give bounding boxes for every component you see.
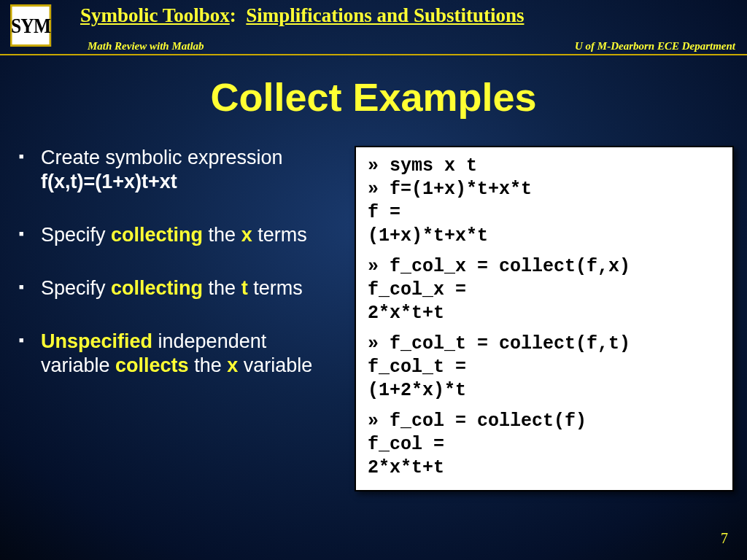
list-item: Create symbolic expression f(x,t)=(1+x)t… [41,146,333,194]
page-title: Collect Examples [0,74,747,120]
subheader-right: U of M-Dearborn ECE Department [575,40,735,52]
code-line: f_col = [368,433,721,456]
code-line: (1+2*x)*t [368,379,721,402]
code-block: » f_col_x = collect(f,x) f_col_x = 2*x*t… [368,255,721,325]
header-bar: SYM Symbolic Toolbox: Simplifications an… [0,0,747,55]
code-line: f = [368,201,721,225]
code-line: » f=(1+x)*t+x*t [368,178,721,201]
code-line: 2*x*t+t [368,456,721,480]
code-block: » f_col_t = collect(f,t) f_col_t = (1+2*… [368,332,721,402]
list-item: Specify collecting the t terms [41,276,333,300]
code-line: (1+x)*t+x*t [368,225,721,248]
code-line: » f_col_x = collect(f,x) [368,255,721,279]
code-line: » f_col_t = collect(f,t) [368,332,721,356]
content-area: Create symbolic expression f(x,t)=(1+x)t… [0,146,747,491]
subheader-left: Math Review with Matlab [88,40,204,52]
list-item: Unspecified independent variable collect… [41,330,333,378]
code-line: f_col_x = [368,279,721,302]
subheader: Math Review with Matlab U of M-Dearborn … [0,40,747,52]
code-line: » f_col = collect(f) [368,410,721,433]
code-line: 2*x*t+t [368,302,721,325]
breadcrumb: Symbolic Toolbox: Simplifications and Su… [80,3,747,27]
toolbox-link[interactable]: Symbolic Toolbox [80,4,230,26]
code-line: » syms x t [368,155,721,178]
page-number: 7 [721,530,728,547]
code-block: » f_col = collect(f) f_col = 2*x*t+t [368,410,721,480]
bullet-list: Create symbolic expression f(x,t)=(1+x)t… [41,146,333,491]
code-line: f_col_t = [368,356,721,379]
colon: : [230,4,236,26]
code-block: » syms x t » f=(1+x)*t+x*t f = (1+x)*t+x… [368,155,721,248]
section-link[interactable]: Simplifications and Substitutions [246,4,524,26]
code-panel: » syms x t » f=(1+x)*t+x*t f = (1+x)*t+x… [355,146,734,491]
list-item: Specify collecting the x terms [41,223,333,247]
